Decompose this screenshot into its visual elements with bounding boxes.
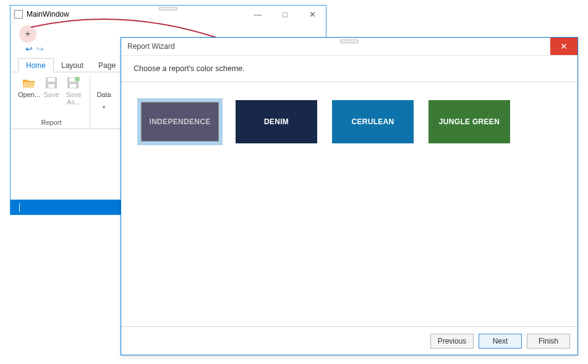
chevron-down-icon: ▾	[103, 104, 105, 110]
save-button[interactable]: Save	[40, 75, 62, 106]
ribbon-group-report: Open... Save Save As... Report	[15, 75, 87, 129]
next-button[interactable]: Next	[479, 334, 522, 349]
caret-icon	[19, 203, 20, 212]
svg-rect-2	[48, 84, 54, 88]
tab-layout[interactable]: Layout	[54, 59, 91, 72]
undo-icon[interactable]: ↩	[25, 44, 33, 54]
app-icon	[14, 10, 23, 19]
close-icon: ✕	[560, 41, 568, 51]
new-tab-button[interactable]: +	[19, 25, 36, 43]
minimize-button[interactable]: —	[244, 6, 271, 23]
save-icon	[44, 76, 59, 90]
color-scheme-denim[interactable]: DENIM	[234, 98, 319, 145]
redo-icon[interactable]: ↪	[36, 44, 44, 54]
save-as-icon	[66, 76, 81, 90]
wizard-title: Report Wizard	[127, 42, 175, 51]
svg-rect-1	[48, 78, 55, 82]
quick-access-toolbar: ↩ ↪	[25, 44, 44, 54]
ribbon-group-data: Data ▾	[90, 75, 117, 129]
wizard-footer: Previous Next Finish	[121, 326, 577, 355]
wizard-body: INDEPENDENCE DENIM CERULEAN JUNGLE GREEN	[121, 82, 577, 145]
finish-button[interactable]: Finish	[527, 334, 570, 349]
color-scheme-jungle-green[interactable]: JUNGLE GREEN	[427, 98, 512, 145]
svg-point-6	[75, 77, 80, 82]
folder-open-icon	[22, 76, 36, 90]
main-window-titlebar: MainWindow — □ ✕	[11, 6, 326, 23]
plus-icon: +	[25, 29, 30, 39]
main-window-title: MainWindow	[27, 10, 69, 19]
color-scheme-independence[interactable]: INDEPENDENCE	[137, 98, 223, 145]
drag-handle-icon[interactable]	[159, 7, 177, 11]
data-icon	[96, 76, 111, 90]
svg-rect-5	[70, 84, 76, 88]
wizard-prompt: Choose a report's color scheme.	[121, 55, 577, 82]
wizard-close-button[interactable]: ✕	[550, 38, 577, 55]
previous-button[interactable]: Previous	[430, 334, 474, 349]
maximize-button[interactable]: □	[271, 6, 299, 23]
drag-handle-icon[interactable]	[340, 40, 359, 43]
tab-page[interactable]: Page	[91, 59, 123, 72]
data-dropdown[interactable]: Data ▾	[93, 75, 115, 110]
close-button[interactable]: ✕	[299, 6, 326, 23]
tab-home[interactable]: Home	[18, 58, 54, 72]
ribbon-group-label: Report	[41, 119, 61, 126]
color-scheme-cerulean[interactable]: CERULEAN	[330, 98, 415, 145]
wizard-titlebar: Report Wizard ✕	[121, 38, 577, 55]
report-wizard-dialog: Report Wizard ✕ Choose a report's color …	[121, 37, 578, 355]
save-as-button[interactable]: Save As...	[62, 75, 85, 106]
open-button[interactable]: Open...	[18, 75, 40, 106]
